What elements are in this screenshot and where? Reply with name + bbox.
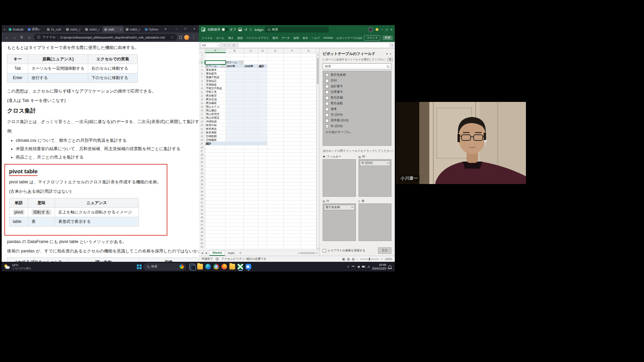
- share-button[interactable]: 共有: [382, 36, 393, 40]
- cell-A44[interactable]: [205, 212, 226, 216]
- cell-G1[interactable]: [301, 53, 316, 57]
- cell-B53[interactable]: [226, 245, 244, 249]
- cell-C45[interactable]: [244, 216, 258, 219]
- row-number[interactable]: 27: [199, 149, 205, 153]
- cell-C13[interactable]: [244, 98, 258, 101]
- cell-D37[interactable]: [258, 186, 267, 190]
- cell-E48[interactable]: [267, 227, 284, 230]
- cell-A36[interactable]: [205, 182, 226, 186]
- chrome-icon[interactable]: [213, 264, 219, 269]
- cell-D10[interactable]: [258, 86, 267, 90]
- cell-A29[interactable]: [205, 157, 226, 160]
- sheet-tab-Sheet1[interactable]: Sheet1: [209, 250, 225, 256]
- row-number[interactable]: 28: [199, 153, 205, 157]
- cell-G21[interactable]: [301, 127, 316, 131]
- fx-icon[interactable]: fx: [233, 44, 235, 47]
- cell-C8[interactable]: [244, 79, 258, 83]
- reload-icon[interactable]: ↻: [19, 35, 24, 40]
- sheet-grid[interactable]: ABCDEFG 123列ラベル▼4行ラベル▼2007年2008年総計5愛知製本6…: [199, 49, 319, 250]
- autosave-toggle[interactable]: 自動保存 オフ: [208, 27, 236, 32]
- cell-F15[interactable]: [284, 105, 301, 109]
- start-button[interactable]: [137, 264, 142, 269]
- field-chip[interactable]: 取引先名称▾: [324, 205, 355, 210]
- ribbon-tab[interactable]: データ: [282, 36, 290, 41]
- cell-B9[interactable]: [226, 83, 244, 86]
- cell-G25[interactable]: [301, 142, 316, 145]
- row-number[interactable]: 50: [199, 234, 205, 238]
- cell-E20[interactable]: [267, 123, 284, 127]
- cell-C32[interactable]: [244, 168, 258, 171]
- cell-E25[interactable]: [267, 142, 284, 145]
- cell-G10[interactable]: [301, 86, 316, 90]
- cell-A31[interactable]: [205, 164, 226, 168]
- row-number[interactable]: 15: [199, 105, 205, 109]
- checkbox-icon[interactable]: [325, 113, 329, 117]
- cell-E52[interactable]: [267, 241, 284, 245]
- cell-D43[interactable]: [258, 208, 267, 212]
- cell-A12[interactable]: 横浜航空: [205, 94, 226, 98]
- cell-G43[interactable]: [301, 208, 316, 212]
- row-number[interactable]: 37: [199, 186, 205, 190]
- defer-checkbox[interactable]: [323, 249, 326, 252]
- cancel-icon[interactable]: ×: [224, 44, 225, 47]
- hscroll-left-icon[interactable]: ◂: [298, 252, 299, 254]
- cell-B47[interactable]: [226, 223, 244, 227]
- browser-tab[interactable]: 01_outl: [45, 26, 64, 33]
- excel-search-box[interactable]: 検索: [265, 26, 329, 33]
- cell-A35[interactable]: [205, 179, 226, 182]
- extensions-icon[interactable]: [179, 36, 182, 39]
- cell-C42[interactable]: [244, 204, 258, 208]
- cell-F35[interactable]: [284, 179, 301, 182]
- account-avatar[interactable]: [368, 27, 373, 32]
- excel-close-button[interactable]: ×: [390, 28, 392, 32]
- cell-F52[interactable]: [284, 241, 301, 245]
- row-number[interactable]: 5: [199, 68, 205, 72]
- cell-G14[interactable]: [301, 101, 316, 105]
- cell-B2[interactable]: [226, 57, 244, 61]
- undo-icon[interactable]: ↺: [244, 28, 247, 32]
- cell-E51[interactable]: [267, 238, 284, 241]
- row-number[interactable]: 34: [199, 175, 205, 179]
- cell-A33[interactable]: [205, 171, 226, 175]
- row-number[interactable]: 6: [199, 72, 205, 75]
- cell-F36[interactable]: [284, 182, 301, 186]
- row-number[interactable]: 41: [199, 201, 205, 204]
- volume-icon[interactable]: [357, 265, 360, 268]
- cell-C7[interactable]: [244, 75, 258, 79]
- cell-D46[interactable]: [258, 219, 267, 223]
- field-item[interactable]: 備考: [323, 106, 391, 112]
- cell-B1[interactable]: [226, 53, 244, 57]
- cell-D5[interactable]: [258, 68, 267, 72]
- cell-F1[interactable]: [284, 53, 301, 57]
- cell-B20[interactable]: [226, 123, 244, 127]
- cell-B5[interactable]: [226, 68, 244, 72]
- cell-E32[interactable]: [267, 168, 284, 171]
- zoom-in-icon[interactable]: +: [381, 257, 383, 261]
- row-number[interactable]: 29: [199, 157, 205, 160]
- cell-C23[interactable]: [244, 134, 258, 138]
- row-number[interactable]: 35: [199, 179, 205, 182]
- column-header-D[interactable]: D: [258, 49, 267, 53]
- cell-F4[interactable]: [284, 64, 301, 68]
- cell-B27[interactable]: [226, 149, 244, 153]
- cell-A13[interactable]: 横浜石油: [205, 98, 226, 101]
- cell-G17[interactable]: [301, 112, 316, 116]
- row-number[interactable]: 40: [199, 197, 205, 201]
- field-item[interactable]: 日付: [323, 78, 391, 83]
- cell-F43[interactable]: [284, 208, 301, 212]
- cell-B4[interactable]: 2007年: [226, 64, 244, 68]
- cell-D29[interactable]: [258, 157, 267, 160]
- row-number[interactable]: 46: [199, 219, 205, 223]
- cell-F50[interactable]: [284, 234, 301, 238]
- ime-indicator[interactable]: A: [368, 265, 370, 268]
- zoom-level[interactable]: 100%: [385, 257, 392, 261]
- cell-A37[interactable]: [205, 186, 226, 190]
- scroll-down-icon[interactable]: ▼: [317, 247, 319, 250]
- cell-F16[interactable]: [284, 109, 301, 112]
- row-number[interactable]: 21: [199, 127, 205, 131]
- cell-E35[interactable]: [267, 179, 284, 182]
- cell-G32[interactable]: [301, 168, 316, 171]
- cell-D2[interactable]: [258, 57, 267, 61]
- cell-B15[interactable]: [226, 105, 244, 109]
- more-tables-link[interactable]: その他のテーブル...: [323, 129, 391, 135]
